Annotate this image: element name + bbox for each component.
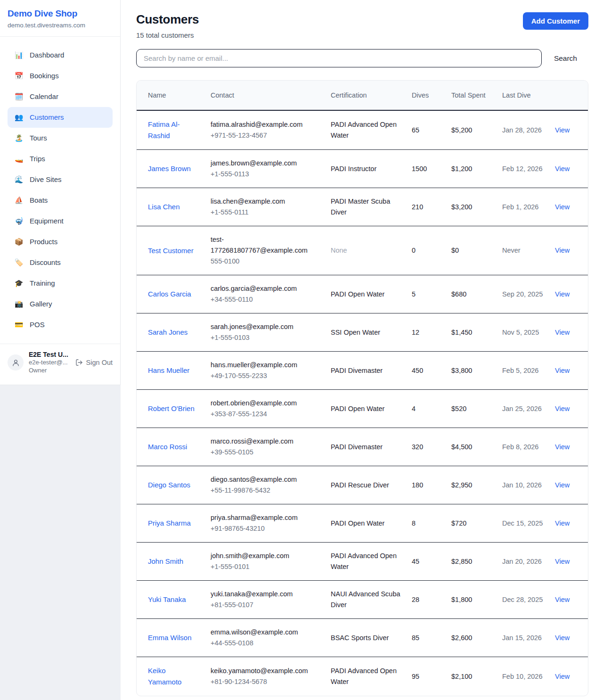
customer-name-link[interactable]: Lisa Chen [148,203,180,211]
customer-name-link[interactable]: Marco Rossi [148,443,187,451]
view-link[interactable]: View [555,481,570,489]
table-header: NameContactCertificationDivesTotal Spent… [137,81,588,110]
table-row: Carlos Garcia carlos.garcia@example.com … [137,275,588,313]
customer-name-cell: Carlos Garcia [137,275,205,313]
calendar-icon: 🗓️ [14,91,24,102]
table-row: Diego Santos diego.santos@example.com +5… [137,466,588,504]
sidebar-item-equipment[interactable]: 🤿 Equipment [8,211,113,231]
dashboard-icon: 📊 [14,50,24,60]
customer-dives-cell: 65 [406,110,446,150]
customer-name-link[interactable]: Robert O'Brien [148,404,195,412]
user-icon [12,359,20,367]
customer-name-link[interactable]: James Brown [148,165,191,173]
search-input[interactable] [136,49,542,67]
view-link[interactable]: View [555,634,570,642]
customer-total-spent-cell: $4,500 [446,428,497,466]
table-row: Hans Mueller hans.mueller@example.com +4… [137,352,588,390]
view-link[interactable]: View [555,443,570,451]
main-header: Customers 15 total customers Add Custome… [136,12,588,39]
customer-view-cell: View [549,466,588,504]
customer-view-cell: View [549,352,588,390]
customer-total-spent-cell: $720 [446,504,497,543]
customer-name-link[interactable]: John Smith [148,557,183,565]
sidebar-item-dashboard[interactable]: 📊 Dashboard [8,45,113,66]
customer-last-dive-cell: Feb 10, 2026 [497,657,549,696]
customer-name-link[interactable]: Diego Santos [148,481,190,489]
customer-last-dive-cell: Feb 12, 2026 [497,150,549,188]
customer-dives-cell: 180 [406,466,446,504]
products-icon: 📦 [14,237,24,247]
sidebar-item-discounts[interactable]: 🏷️ Discounts [8,252,113,273]
customer-name-link[interactable]: Test Customer [148,247,194,255]
customer-name-cell: Diego Santos [137,466,205,504]
sidebar-item-gallery[interactable]: 📸 Gallery [8,294,113,314]
customer-name-cell: Marco Rossi [137,428,205,466]
customer-name-link[interactable]: Emma Wilson [148,634,192,642]
customer-certification-cell: NAUI Advanced Scuba Diver [325,581,406,619]
page: Demo Dive Shop demo.test.divestreams.com… [0,0,603,700]
customer-name-link[interactable]: Fatima Al-Rashid [148,120,180,140]
customer-name-link[interactable]: Yuki Tanaka [148,595,186,603]
view-link[interactable]: View [555,203,570,211]
table-row: Test Customer test-1772681807767@example… [137,226,588,275]
sidebar-item-calendar[interactable]: 🗓️ Calendar [8,86,113,107]
customer-name-cell: Hans Mueller [137,352,205,390]
customer-total-spent-cell: $2,950 [446,466,497,504]
customer-certification-cell: PADI Advanced Open Water [325,543,406,581]
shop-name: Demo Dive Shop [8,8,113,19]
sidebar-item-label: Calendar [30,91,58,102]
customer-phone: +91-98765-43210 [211,523,319,534]
customer-name-link[interactable]: Hans Mueller [148,366,189,374]
discounts-icon: 🏷️ [14,257,24,268]
view-link[interactable]: View [555,329,570,336]
add-customer-button[interactable]: Add Customer [523,12,588,30]
customer-name-link[interactable]: Carlos Garcia [148,290,191,298]
sidebar-item-boats[interactable]: ⛵ Boats [8,190,113,211]
search-button[interactable]: Search [542,54,588,63]
sidebar-item-tours[interactable]: 🏝️ Tours [8,128,113,148]
customer-certification-cell: BSAC Sports Diver [325,619,406,657]
view-link[interactable]: View [555,558,570,565]
table-row: Robert O'Brien robert.obrien@example.com… [137,390,588,428]
customer-name-link[interactable]: Sarah Jones [148,328,187,336]
sidebar-item-trips[interactable]: 🚤 Trips [8,148,113,169]
sidebar-item-products[interactable]: 📦 Products [8,231,113,252]
view-link[interactable]: View [555,290,570,298]
customer-contact-cell: sarah.jones@example.com +1-555-0103 [205,313,325,352]
customer-phone: +81-555-0107 [211,600,319,610]
view-link[interactable]: View [555,673,570,680]
customers-icon: 👥 [14,112,24,123]
view-link[interactable]: View [555,596,570,603]
customer-name-link[interactable]: Keiko Yamamoto [148,667,181,686]
customer-last-dive-cell: Feb 5, 2026 [497,352,549,390]
sidebar-item-pos[interactable]: 💳 POS [8,314,113,335]
sign-out-label: Sign Out [86,359,113,366]
tours-icon: 🏝️ [14,133,24,143]
sidebar-user-section: E2E Test U... e2e-tester@... Owner Sign … [0,344,120,385]
customer-certification-cell: PADI Open Water [325,390,406,428]
view-link[interactable]: View [555,405,570,412]
table-row: John Smith john.smith@example.com +1-555… [137,543,588,581]
column-header: Contact [205,81,325,110]
sidebar-item-dive-sites[interactable]: 🌊 Dive Sites [8,169,113,190]
customer-certification-cell: PADI Master Scuba Diver [325,188,406,226]
pos-icon: 💳 [14,320,24,330]
view-link[interactable]: View [555,367,570,374]
sidebar-item-training[interactable]: 🎓 Training [8,273,113,294]
customer-total-spent-cell: $3,200 [446,188,497,226]
customer-certification-cell: PADI Divemaster [325,352,406,390]
customer-last-dive-cell: Feb 1, 2026 [497,188,549,226]
view-link[interactable]: View [555,519,570,527]
column-header: Name [137,81,205,110]
view-link[interactable]: View [555,165,570,173]
customer-contact-cell: robert.obrien@example.com +353-87-555-12… [205,390,325,428]
view-link[interactable]: View [555,126,570,134]
sidebar-item-customers[interactable]: 👥 Customers [8,107,113,128]
sign-out-button[interactable]: Sign Out [75,359,113,366]
customer-name-link[interactable]: Priya Sharma [148,519,191,527]
customer-phone: 555-0100 [211,256,319,267]
view-link[interactable]: View [555,247,570,254]
sidebar-item-label: Equipment [30,216,64,226]
customer-email: sarah.jones@example.com [211,321,319,332]
sidebar-item-bookings[interactable]: 📅 Bookings [8,66,113,86]
